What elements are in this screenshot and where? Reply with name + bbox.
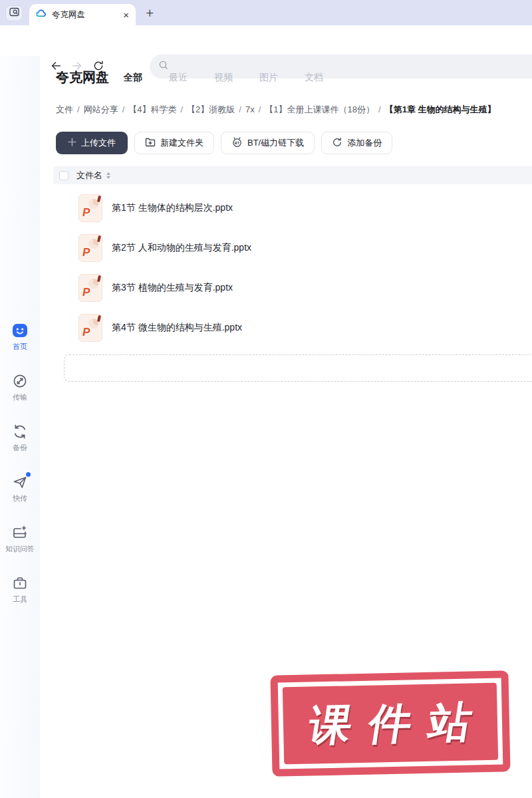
- breadcrumb-item[interactable]: 7x: [245, 104, 255, 114]
- quark-logo-icon: [36, 8, 47, 21]
- file-row[interactable]: P第2节 人和动物的生殖与发育.pptx: [53, 228, 532, 268]
- pptx-file-icon: P: [78, 314, 102, 342]
- sidebar-item-transfer[interactable]: 传输: [0, 372, 40, 402]
- svg-text:BT: BT: [235, 141, 240, 145]
- sidebar-item-label: 首页: [13, 342, 27, 352]
- breadcrumb-separator: /: [77, 104, 80, 114]
- browser-chrome: 夸克网盘 × ＋: [0, 0, 532, 25]
- breadcrumb-separator: /: [180, 104, 183, 114]
- new-folder-button[interactable]: 新建文件夹: [134, 132, 214, 154]
- tab-recent[interactable]: 最近: [169, 72, 188, 84]
- paper-plane-icon: [11, 473, 29, 491]
- filter-tabs: 全部最近视频图片文档: [124, 72, 323, 84]
- sidebar-item-label: 传输: [13, 392, 27, 402]
- file-name[interactable]: 第4节 微生物的结构与生殖.pptx: [112, 322, 242, 334]
- bt-download-icon: BT: [231, 136, 243, 150]
- tab-all[interactable]: 全部: [124, 72, 142, 84]
- new-tab-button[interactable]: ＋: [141, 4, 158, 21]
- breadcrumb-item[interactable]: 【4】科学类: [128, 104, 176, 114]
- tab-search-button[interactable]: [5, 5, 23, 21]
- tab-image[interactable]: 图片: [259, 72, 278, 84]
- pptx-file-icon: P: [78, 234, 102, 262]
- file-list: P第1节 生物体的结构层次.pptxP第2节 人和动物的生殖与发育.pptxP第…: [53, 188, 532, 348]
- breadcrumb-separator: /: [239, 104, 241, 114]
- sidebar-item-backup[interactable]: 备份: [0, 423, 40, 453]
- tab-video[interactable]: 视频: [214, 72, 233, 84]
- add-backup-label: 添加备份: [347, 137, 382, 149]
- watermark-stamp: 课件站: [270, 670, 510, 776]
- toolbar: 上传文件 新建文件夹 BT BT/磁力链下载 添加备份: [56, 132, 392, 154]
- sidebar: 首页传输备份快传知识问答工具: [0, 56, 40, 798]
- plus-icon: [68, 138, 76, 148]
- pptx-file-icon: P: [78, 274, 102, 302]
- tab-search-icon: [9, 7, 19, 19]
- notification-dot-badge: [26, 472, 31, 477]
- breadcrumb-separator: /: [259, 104, 261, 114]
- upload-drop-zone[interactable]: [64, 354, 532, 382]
- sidebar-item-quicksend[interactable]: 快传: [0, 473, 40, 503]
- knowledge-qa-icon: [11, 524, 29, 541]
- sidebar-item-label: 快传: [13, 493, 27, 503]
- add-backup-button[interactable]: 添加备份: [321, 132, 392, 154]
- new-folder-label: 新建文件夹: [160, 137, 203, 149]
- circular-arrow-icon: [332, 137, 342, 150]
- tab-close-icon[interactable]: ×: [123, 10, 129, 20]
- file-table-header: 文件名: [53, 166, 532, 184]
- upload-file-button[interactable]: 上传文件: [56, 132, 128, 154]
- folder-plus-icon: [145, 137, 156, 149]
- file-row[interactable]: P第3节 植物的生殖与发育.pptx: [53, 268, 532, 308]
- sidebar-item-knowledge[interactable]: 知识问答: [0, 524, 40, 554]
- watermark-text: 课件站: [287, 692, 493, 755]
- transfer-icon: [11, 372, 29, 390]
- sidebar-item-tools[interactable]: 工具: [0, 575, 40, 604]
- breadcrumb-separator: /: [378, 104, 381, 114]
- file-row[interactable]: P第1节 生物体的结构层次.pptx: [53, 188, 532, 228]
- toolbox-icon: [11, 575, 29, 592]
- breadcrumb-item[interactable]: 文件: [56, 104, 73, 114]
- browser-navbar: [0, 25, 532, 56]
- file-name[interactable]: 第2节 人和动物的生殖与发育.pptx: [112, 242, 251, 254]
- pptx-file-icon: P: [78, 194, 102, 222]
- breadcrumb-item[interactable]: 【1】全册上课课件（18份）: [265, 104, 374, 114]
- page-title: 夸克网盘: [56, 68, 109, 86]
- watermark-stamp-fill: 课件站: [283, 683, 498, 765]
- name-column-header: 文件名: [76, 170, 102, 182]
- browser-tab[interactable]: 夸克网盘 ×: [29, 4, 136, 25]
- sidebar-item-label: 知识问答: [5, 544, 35, 554]
- bt-magnet-download-button[interactable]: BT BT/磁力链下载: [221, 132, 315, 154]
- select-all-checkbox[interactable]: [59, 171, 68, 180]
- upload-file-label: 上传文件: [81, 137, 116, 149]
- breadcrumb-separator: /: [122, 104, 125, 114]
- breadcrumb-item[interactable]: 网站分享: [84, 104, 118, 114]
- search-icon: [158, 60, 169, 73]
- file-name[interactable]: 第3节 植物的生殖与发育.pptx: [112, 282, 233, 294]
- file-row[interactable]: P第4节 微生物的结构与生殖.pptx: [53, 308, 532, 348]
- breadcrumb-item[interactable]: 【2】浙教版: [187, 104, 235, 114]
- sort-toggle-icon[interactable]: [106, 172, 110, 179]
- breadcrumb: 文件/网站分享/【4】科学类/【2】浙教版/7x/【1】全册上课课件（18份）/…: [56, 104, 532, 116]
- tab-title: 夸克网盘: [52, 9, 118, 21]
- backup-sync-icon: [11, 423, 29, 440]
- sidebar-item-home[interactable]: 首页: [0, 322, 40, 352]
- sidebar-item-label: 工具: [13, 595, 27, 604]
- sidebar-item-label: 备份: [13, 443, 27, 453]
- tab-doc[interactable]: 文档: [305, 72, 323, 84]
- breadcrumb-current: 【第1章 生物的结构与生殖】: [385, 104, 496, 114]
- home-smiley-icon: [11, 322, 29, 339]
- bt-download-label: BT/磁力链下载: [247, 137, 304, 149]
- file-name[interactable]: 第1节 生物体的结构层次.pptx: [112, 202, 233, 214]
